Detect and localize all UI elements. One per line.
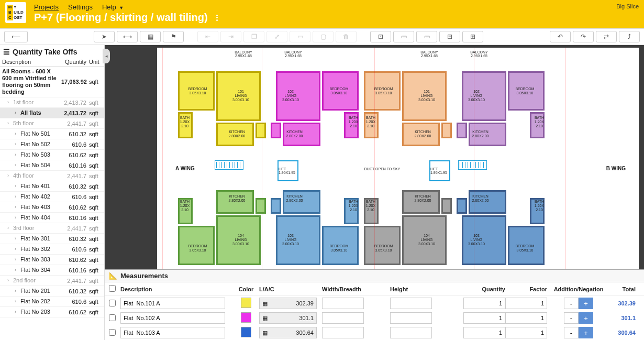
slice-label[interactable]: Big Slice bbox=[616, 3, 639, 9]
flat-unit: BALCONY2.95X1.65BEDROOM3.05X3.10101LIVIN… bbox=[364, 61, 453, 147]
tool-area[interactable]: ▦ bbox=[140, 31, 161, 42]
mcol-width: Width/Breadth bbox=[322, 286, 390, 292]
qto-row[interactable]: ›1st floor2,413.72sqft bbox=[0, 97, 104, 108]
lac-field[interactable]: ▦300.64 bbox=[259, 327, 317, 338]
tool-zoom5[interactable]: ⊞ bbox=[462, 31, 483, 42]
qto-row[interactable]: ›Flat No 501610.32sqft bbox=[0, 129, 104, 139]
tool-zoom1[interactable]: ⊡ bbox=[370, 31, 391, 42]
color-swatch[interactable] bbox=[241, 298, 251, 308]
qto-row[interactable]: ›4th floor2,441.7sqft bbox=[0, 171, 104, 181]
tool-expand[interactable]: ⤢ bbox=[267, 31, 287, 42]
qto-row[interactable]: ›Flat No 402610.6sqft bbox=[0, 192, 104, 202]
tool-zoom4[interactable]: ⊟ bbox=[439, 31, 460, 42]
minus-button[interactable]: - bbox=[564, 312, 579, 324]
toolbar: ⟵ ➤ ⟷ ▦ ⚑ ⇤ ⇥ ❐ ⤢ ▭ ▢ 🗑 ⊡ ▭ ▭ ⊟ ⊞ ↶ ↷ ⇄ … bbox=[0, 28, 644, 45]
mcol-total: Total bbox=[610, 286, 640, 292]
factor-input[interactable] bbox=[505, 327, 547, 338]
qto-row[interactable]: ›Flat No 302610.6sqft bbox=[0, 244, 104, 255]
sidebar-list[interactable]: All Rooms - 600 X 600 mm Vitrified tile … bbox=[0, 67, 104, 340]
back-button[interactable]: ⟵ bbox=[4, 31, 28, 42]
row-checkbox[interactable] bbox=[109, 329, 116, 336]
tool-fit[interactable]: ⇄ bbox=[596, 31, 617, 42]
height-input[interactable] bbox=[390, 298, 432, 309]
measurements-panel: 📐 Measurements Description Color L/A/C W… bbox=[105, 269, 644, 340]
minus-button[interactable]: - bbox=[564, 327, 579, 338]
qto-row[interactable]: ›Flat No 303610.62sqft bbox=[0, 255, 104, 265]
qto-row[interactable]: ›3rd floor2,441.7sqft bbox=[0, 223, 104, 234]
select-all-checkbox[interactable] bbox=[109, 285, 116, 292]
qto-row[interactable]: ›Flat No 401610.32sqft bbox=[0, 181, 104, 192]
title-menu-icon[interactable] bbox=[213, 14, 221, 22]
menu-help[interactable]: Help ▼ bbox=[102, 3, 124, 11]
plus-button[interactable]: + bbox=[579, 312, 593, 324]
tool-copy[interactable]: ❐ bbox=[243, 31, 264, 42]
qty-input[interactable] bbox=[463, 312, 505, 324]
lac-field[interactable]: ▦301.1 bbox=[259, 312, 317, 324]
tool-redo[interactable]: ↷ bbox=[573, 31, 594, 42]
page-title-row: P+7 (Flooring / skirting / wall tiling) bbox=[34, 12, 221, 24]
plus-button[interactable]: + bbox=[579, 327, 593, 338]
mcol-lac: L/A/C bbox=[259, 286, 322, 292]
duct-label: DUCT OPEN TO SKY bbox=[356, 167, 408, 171]
measurements-columns: Description Color L/A/C Width/Breadth He… bbox=[105, 282, 644, 296]
desc-input[interactable] bbox=[120, 312, 225, 324]
qto-row[interactable]: ›Flat No 404610.16sqft bbox=[0, 213, 104, 223]
qto-row[interactable]: ›Flat No 502610.6sqft bbox=[0, 139, 104, 150]
tool-export[interactable]: ⤴ bbox=[619, 31, 640, 42]
qto-row[interactable]: ›Flat No 202610.6sqft bbox=[0, 297, 104, 307]
qto-row[interactable]: ›Flat No 503610.62sqft bbox=[0, 150, 104, 160]
qto-row[interactable]: ›Flat No 504610.16sqft bbox=[0, 160, 104, 171]
qty-input[interactable] bbox=[463, 327, 505, 338]
width-input[interactable] bbox=[322, 298, 364, 309]
row-total: 302.39 bbox=[610, 300, 640, 306]
qto-row[interactable]: ›2nd floor2,441.7sqft bbox=[0, 276, 104, 286]
qto-row[interactable]: ›Flat No 203610.62sqft bbox=[0, 307, 104, 317]
tool-pointer[interactable]: ➤ bbox=[94, 31, 115, 42]
qto-row[interactable]: ›5th floor2,441.7sqft bbox=[0, 118, 104, 129]
height-input[interactable] bbox=[390, 312, 432, 324]
factor-input[interactable] bbox=[505, 298, 547, 309]
minus-button[interactable]: - bbox=[564, 298, 579, 309]
color-swatch[interactable] bbox=[241, 327, 251, 337]
row-checkbox[interactable] bbox=[109, 314, 116, 321]
mcol-factor: Factor bbox=[505, 286, 547, 292]
tool-snap2[interactable]: ⇥ bbox=[220, 31, 241, 42]
menu-projects[interactable]: Projects bbox=[34, 3, 59, 11]
plus-button[interactable]: + bbox=[579, 298, 593, 309]
qto-row[interactable]: ›All flats2,413.72sqft bbox=[0, 108, 104, 118]
qto-row[interactable]: ›Flat No 403610.62sqft bbox=[0, 202, 104, 213]
wing-b-label: B WING bbox=[606, 166, 626, 171]
tool-delete[interactable]: 🗑 bbox=[336, 31, 357, 42]
tool-box1[interactable]: ▭ bbox=[290, 31, 310, 42]
flat-unit: BALCONY2.95X1.65BEDROOM3.05X3.10103LIVIN… bbox=[270, 189, 359, 276]
page-title: P+7 (Flooring / skirting / wall tiling) bbox=[34, 12, 208, 24]
width-input[interactable] bbox=[322, 327, 364, 338]
measurements-header[interactable]: 📐 Measurements bbox=[105, 270, 644, 282]
qto-row[interactable]: All Rooms - 600 X 600 mm Vitrified tile … bbox=[0, 67, 104, 97]
tool-flag[interactable]: ⚑ bbox=[163, 31, 184, 42]
flat-unit: BALCONY2.95X1.65BEDROOM3.05X3.10103LIVIN… bbox=[456, 189, 545, 276]
tool-box2[interactable]: ▢ bbox=[313, 31, 334, 42]
qty-input[interactable] bbox=[463, 298, 505, 309]
lac-field[interactable]: ▦302.39 bbox=[259, 298, 317, 309]
qto-row[interactable]: ›Flat No 301610.32sqft bbox=[0, 234, 104, 244]
width-input[interactable] bbox=[322, 312, 364, 324]
tool-line[interactable]: ⟷ bbox=[117, 31, 138, 42]
row-checkbox[interactable] bbox=[109, 300, 116, 306]
app-logo: MYBUILDCOST bbox=[5, 2, 26, 23]
tool-undo[interactable]: ↶ bbox=[550, 31, 571, 42]
factor-input[interactable] bbox=[505, 312, 547, 324]
lift-b: LIFT 1.95X1.95 bbox=[429, 160, 450, 181]
tool-snap1[interactable]: ⇤ bbox=[197, 31, 218, 42]
height-input[interactable] bbox=[390, 327, 432, 338]
desc-input[interactable] bbox=[120, 327, 225, 338]
tool-zoom3[interactable]: ▭ bbox=[416, 31, 437, 42]
sidebar-collapse[interactable]: ◂ bbox=[103, 49, 110, 63]
tool-zoom2[interactable]: ▭ bbox=[393, 31, 414, 42]
col-unit: Unit bbox=[86, 59, 102, 65]
qto-row[interactable]: ›Flat No 201610.32sqft bbox=[0, 286, 104, 297]
menu-settings[interactable]: Settings bbox=[68, 3, 93, 11]
qto-row[interactable]: ›Flat No 304610.16sqft bbox=[0, 265, 104, 276]
desc-input[interactable] bbox=[120, 298, 225, 309]
color-swatch[interactable] bbox=[241, 312, 251, 323]
